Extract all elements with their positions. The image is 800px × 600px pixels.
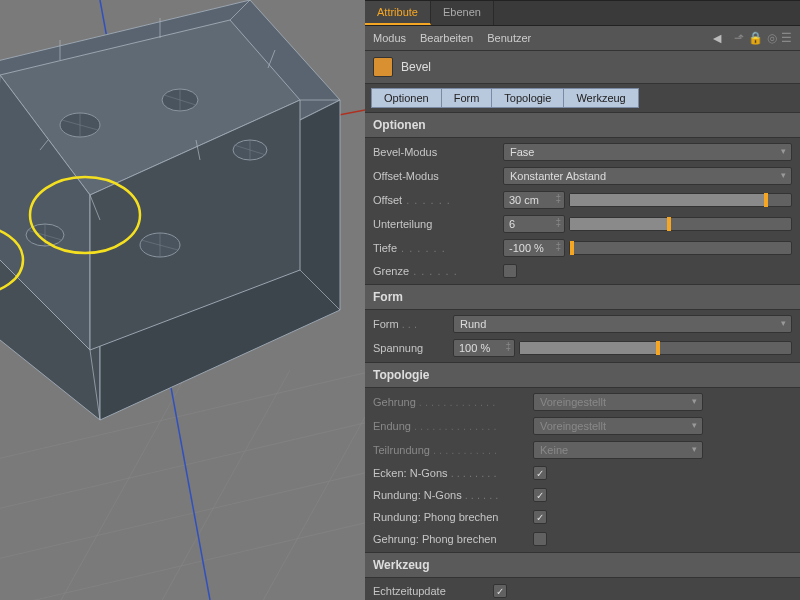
checkbox-rundung-phong[interactable]: ✓	[533, 510, 547, 524]
svg-line-2	[0, 460, 365, 570]
label-echtzeitupdate: Echtzeitupdate	[373, 585, 493, 597]
slider-tiefe[interactable]	[569, 241, 792, 255]
label-bevel-modus: Bevel-Modus	[373, 146, 503, 158]
input-unterteilung[interactable]: 6	[503, 215, 565, 233]
attribute-menubar: Modus Bearbeiten Benutzer ◄ ⬏ 🔒 ◎ ☰	[365, 26, 800, 51]
nav-up-icon[interactable]: ⬏	[734, 31, 744, 45]
menu-modus[interactable]: Modus	[373, 32, 406, 44]
tool-name: Bevel	[401, 60, 431, 74]
menu-benutzer[interactable]: Benutzer	[487, 32, 531, 44]
label-tiefe: Tiefe	[373, 242, 503, 254]
menu-bearbeiten[interactable]: Bearbeiten	[420, 32, 473, 44]
label-rundung-ngons: Rundung: N-Gons . . . . . .	[373, 489, 533, 501]
slider-offset[interactable]	[569, 193, 792, 207]
menu-icon[interactable]: ☰	[781, 31, 792, 45]
tab-attribute[interactable]: Attribute	[365, 1, 431, 25]
section-optionen: Optionen	[365, 112, 800, 138]
viewport-3d[interactable]	[0, 0, 365, 600]
label-endung: Endung . . . . . . . . . . . . . .	[373, 420, 533, 432]
label-grenze: Grenze	[373, 265, 503, 277]
input-spannung[interactable]: 100 %	[453, 339, 515, 357]
sub-tab-bar: Optionen Form Topologie Werkzeug	[365, 84, 800, 112]
svg-line-0	[0, 410, 365, 520]
checkbox-ecken-ngons[interactable]: ✓	[533, 466, 547, 480]
target-icon[interactable]: ◎	[767, 31, 777, 45]
checkbox-gehrung-phong[interactable]	[533, 532, 547, 546]
slider-unterteilung[interactable]	[569, 217, 792, 231]
input-offset[interactable]: 30 cm	[503, 191, 565, 209]
tool-header: Bevel	[365, 51, 800, 84]
dropdown-offset-modus[interactable]: Konstanter Abstand	[503, 167, 792, 185]
nav-arrow-icon[interactable]: ◄	[710, 30, 724, 46]
label-spannung: Spannung	[373, 342, 453, 354]
panel-tabs: Attribute Ebenen	[365, 1, 800, 26]
label-unterteilung: Unterteilung	[373, 218, 503, 230]
svg-line-6	[230, 390, 365, 600]
subtab-form[interactable]: Form	[442, 88, 493, 108]
checkbox-rundung-ngons[interactable]: ✓	[533, 488, 547, 502]
label-gehrung: Gehrung . . . . . . . . . . . . .	[373, 396, 533, 408]
subtab-topologie[interactable]: Topologie	[492, 88, 564, 108]
attribute-panel: Attribute Ebenen Modus Bearbeiten Benutz…	[365, 0, 800, 600]
dropdown-form[interactable]: Rund	[453, 315, 792, 333]
slider-spannung[interactable]	[519, 341, 792, 355]
tab-ebenen[interactable]: Ebenen	[431, 1, 494, 25]
lock-icon[interactable]: 🔒	[748, 31, 763, 45]
subtab-optionen[interactable]: Optionen	[371, 88, 442, 108]
dropdown-endung: Voreingestellt	[533, 417, 703, 435]
checkbox-echtzeitupdate[interactable]: ✓	[493, 584, 507, 598]
label-gehrung-phong: Gehrung: Phong brechen	[373, 533, 533, 545]
label-teilrundung: Teilrundung . . . . . . . . . . .	[373, 444, 533, 456]
section-werkzeug: Werkzeug	[365, 552, 800, 578]
checkbox-grenze[interactable]	[503, 264, 517, 278]
label-ecken-ngons: Ecken: N-Gons . . . . . . . .	[373, 467, 533, 479]
section-form: Form	[365, 284, 800, 310]
dropdown-gehrung: Voreingestellt	[533, 393, 703, 411]
svg-line-3	[0, 510, 365, 600]
section-topologie: Topologie	[365, 362, 800, 388]
label-offset: Offset	[373, 194, 503, 206]
svg-line-5	[140, 370, 290, 600]
input-tiefe[interactable]: -100 %	[503, 239, 565, 257]
label-offset-modus: Offset-Modus	[373, 170, 503, 182]
label-form: Form . . .	[373, 318, 453, 330]
subtab-werkzeug[interactable]: Werkzeug	[564, 88, 638, 108]
label-rundung-phong: Rundung: Phong brechen	[373, 511, 533, 523]
dropdown-teilrundung: Keine	[533, 441, 703, 459]
bevel-tool-icon	[373, 57, 393, 77]
dropdown-bevel-modus[interactable]: Fase	[503, 143, 792, 161]
